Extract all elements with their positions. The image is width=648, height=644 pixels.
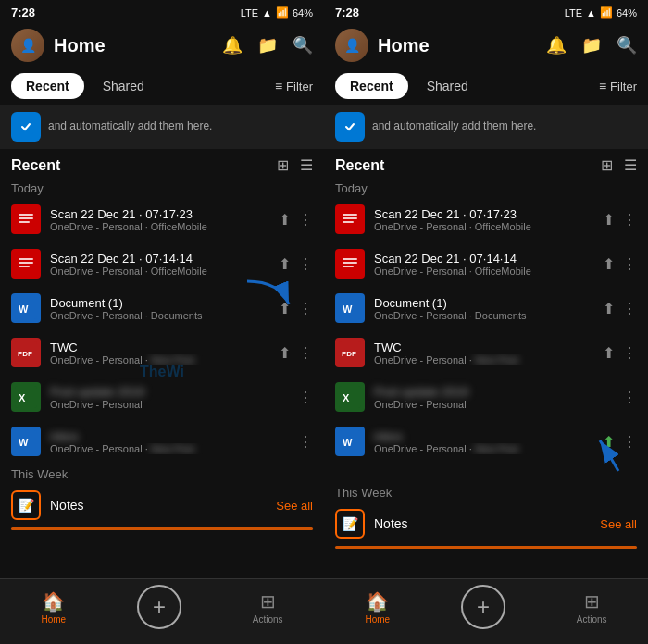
avatar-right[interactable]: 👤: [335, 29, 368, 62]
home-icon-right: 🏠: [366, 590, 389, 613]
banner-left: and automatically add them here.: [0, 105, 324, 149]
tab-shared-right[interactable]: Shared: [412, 73, 483, 99]
tab-recent-left[interactable]: Recent: [11, 73, 84, 99]
nav-actions-right[interactable]: ⊞ Actions: [566, 590, 618, 625]
file-item[interactable]: Scan 22 Dec 21 · 07·17·23 OneDrive - Per…: [0, 197, 324, 242]
file-meta-6-right: OneDrive - Personal · New Post: [374, 443, 593, 454]
upload-icon-1-left[interactable]: ⬆: [279, 211, 291, 229]
scan-icon-2-left: [11, 249, 41, 279]
file-item[interactable]: Scan 22 Dec 21 · 07·14·14 OneDrive - Per…: [0, 242, 324, 286]
more-icon-5-right[interactable]: ⋮: [622, 389, 637, 406]
file-item[interactable]: Scan 22 Dec 21 · 07·14·14 OneDrive - Per…: [324, 242, 648, 286]
more-icon-4-left[interactable]: ⋮: [298, 344, 313, 362]
file-item[interactable]: W inbox OneDrive - Personal · New Post ⬆…: [324, 419, 648, 464]
add-btn-right[interactable]: +: [461, 585, 505, 629]
more-icon-1-left[interactable]: ⋮: [298, 211, 313, 229]
bottom-nav-left: 🏠 Home + ⊞ Actions: [0, 578, 324, 644]
file-info-3-right: Document (1) OneDrive - Personal · Docum…: [374, 296, 593, 321]
svg-rect-18: [343, 119, 357, 134]
left-panel: 7:28 LTE ▲ 📶 64% 👤 Home 🔔 📁 🔍 Recent Sha…: [0, 0, 324, 644]
tab-shared-left[interactable]: Shared: [88, 73, 159, 99]
file-item[interactable]: X Post update 2019 OneDrive - Personal ⋮: [324, 375, 648, 419]
upload-icon-2-right[interactable]: ⬆: [603, 255, 615, 273]
file-info-3-left: Document (1) OneDrive - Personal · Docum…: [50, 296, 269, 321]
more-icon-6-right[interactable]: ⋮: [622, 433, 637, 451]
file-info-6-left: inbox OneDrive - Personal · New Post: [50, 429, 289, 454]
grid-icon-left[interactable]: ⊞: [277, 156, 289, 174]
filter-btn-right[interactable]: ≡ Filter: [599, 79, 637, 93]
recent-title-left: Recent: [11, 157, 60, 174]
more-icon-5-left[interactable]: ⋮: [298, 389, 313, 406]
upload-icon-1-right[interactable]: ⬆: [603, 211, 615, 229]
search-icon-right[interactable]: 🔍: [617, 35, 637, 56]
more-icon-2-left[interactable]: ⋮: [298, 255, 313, 273]
grid-icon-right[interactable]: ⊞: [601, 156, 613, 174]
more-icon-1-right[interactable]: ⋮: [622, 211, 637, 229]
list-icon-right[interactable]: ☰: [624, 156, 637, 174]
filter-btn-left[interactable]: ≡ Filter: [275, 79, 313, 93]
banner-text-right: and automatically add them here.: [372, 119, 536, 134]
upload-icon-4-left[interactable]: ⬆: [279, 344, 291, 362]
more-icon-2-right[interactable]: ⋮: [622, 255, 637, 273]
more-icon-3-right[interactable]: ⋮: [622, 300, 637, 317]
status-time-left: 7:28: [11, 6, 35, 19]
see-all-left[interactable]: See all: [276, 499, 313, 513]
folder-icon-left[interactable]: 📁: [257, 35, 278, 56]
tab-recent-right[interactable]: Recent: [335, 73, 408, 99]
sync-icon-6-right[interactable]: ⬆: [603, 433, 615, 451]
more-icon-4-right[interactable]: ⋮: [622, 344, 637, 362]
notes-title-right: Notes: [374, 516, 591, 531]
see-all-right[interactable]: See all: [600, 517, 637, 531]
notes-item-right[interactable]: 📝 Notes See all: [324, 502, 648, 546]
more-icon-6-left[interactable]: ⋮: [298, 433, 313, 451]
file-name-5-left: Post update 2019: [50, 385, 289, 399]
folder-icon-right[interactable]: 📁: [581, 35, 602, 56]
nav-home-right[interactable]: 🏠 Home: [354, 590, 401, 625]
word-icon-3-left: W: [11, 293, 41, 323]
nav-actions-left[interactable]: ⊞ Actions: [242, 590, 294, 625]
file-item[interactable]: W inbox OneDrive - Personal · New Post ⋮: [0, 419, 324, 464]
svg-rect-7: [19, 262, 33, 264]
search-icon-left[interactable]: 🔍: [293, 35, 313, 56]
notes-bar-left: [11, 527, 313, 530]
file-item[interactable]: Scan 22 Dec 21 · 07·17·23 OneDrive - Per…: [324, 197, 648, 242]
scan-icon-1-right: [335, 204, 365, 234]
bottom-nav-right: 🏠 Home + ⊞ Actions: [324, 578, 648, 644]
file-name-4-right: TWC: [374, 341, 593, 354]
bell-icon-left[interactable]: 🔔: [222, 35, 243, 56]
tabs-left: Recent Shared ≡ Filter: [0, 68, 324, 105]
bell-icon-right[interactable]: 🔔: [546, 35, 567, 56]
upload-icon-2-left[interactable]: ⬆: [279, 255, 291, 273]
date-week-left: This Week: [0, 464, 324, 483]
home-label-left: Home: [41, 614, 66, 625]
file-info-1-left: Scan 22 Dec 21 · 07·17·23 OneDrive - Per…: [50, 207, 269, 232]
header-icons-right: 🔔 📁 🔍: [546, 35, 637, 56]
file-info-5-right: Post update 2019 OneDrive - Personal: [374, 385, 613, 410]
file-item[interactable]: PDF TWC OneDrive - Personal · New Post ⬆…: [0, 330, 324, 375]
file-meta-1-right: OneDrive - Personal · OfficeMobile: [374, 221, 593, 232]
actions-label-right: Actions: [577, 614, 607, 625]
file-item[interactable]: W Document (1) OneDrive - Personal · Doc…: [324, 286, 648, 330]
file-item[interactable]: X Post update 2019 OneDrive - Personal ⋮: [0, 375, 324, 419]
avatar-left[interactable]: 👤: [11, 29, 44, 62]
file-name-4-left: TWC: [50, 341, 269, 354]
file-actions-2-right: ⬆ ⋮: [603, 255, 637, 273]
page-title-left: Home: [54, 35, 213, 56]
more-icon-3-left[interactable]: ⋮: [298, 300, 313, 317]
upload-icon-4-right[interactable]: ⬆: [603, 344, 615, 362]
notes-icon-left: 📝: [11, 490, 41, 520]
upload-icon-3-right[interactable]: ⬆: [603, 300, 615, 317]
file-item[interactable]: PDF TWC OneDrive - Personal · New Post ⬆…: [324, 330, 648, 375]
file-actions-3-left: ⬆ ⋮: [279, 300, 313, 317]
file-item[interactable]: W Document (1) OneDrive - Personal · Doc…: [0, 286, 324, 330]
notes-item-left[interactable]: 📝 Notes See all: [0, 483, 324, 527]
add-btn-left[interactable]: +: [137, 585, 181, 629]
list-icon-left[interactable]: ☰: [300, 156, 313, 174]
file-name-1-right: Scan 22 Dec 21 · 07·17·23: [374, 207, 593, 221]
upload-icon-3-left[interactable]: ⬆: [279, 300, 291, 317]
svg-text:W: W: [343, 437, 353, 448]
file-info-5-left: Post update 2019 OneDrive - Personal: [50, 385, 289, 410]
file-actions-1-right: ⬆ ⋮: [603, 211, 637, 229]
nav-home-left[interactable]: 🏠 Home: [30, 590, 77, 625]
status-icons-right: LTE ▲ 📶 64%: [565, 6, 637, 19]
